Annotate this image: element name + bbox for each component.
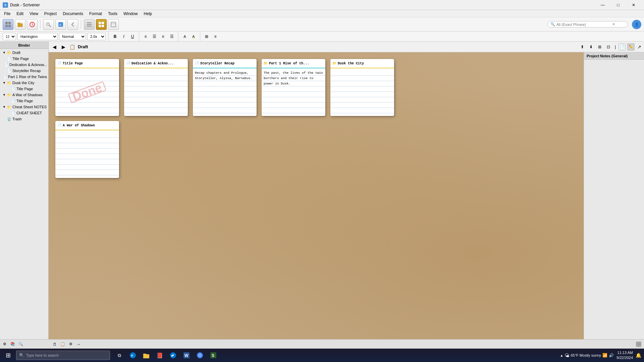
- maximize-button[interactable]: □: [610, 0, 626, 10]
- card-war-shadows-title: A War of Shadows: [63, 124, 95, 127]
- menu-view[interactable]: View: [27, 11, 41, 17]
- bold-button[interactable]: B: [111, 33, 119, 40]
- binder-search-btn[interactable]: 🔍: [17, 341, 24, 348]
- back-button[interactable]: [67, 19, 78, 30]
- binder-item-draft[interactable]: ▼ 📁 Draft: [0, 50, 48, 56]
- notes-content[interactable]: [584, 60, 644, 339]
- card-part1[interactable]: 📁 Part 1 Rise of th... The past, the liv…: [262, 59, 325, 116]
- cheat-sheet-arrow[interactable]: ▼: [3, 105, 7, 109]
- highlight-button[interactable]: A: [190, 33, 197, 40]
- taskbar-scrivener-icon[interactable]: S: [207, 349, 219, 361]
- key-button[interactable]: [43, 19, 54, 30]
- content-settings-btn-2[interactable]: 📋: [59, 341, 66, 348]
- sync-button[interactable]: [27, 19, 38, 30]
- header-view-btn-1[interactable]: ⬆: [579, 43, 586, 51]
- draft-arrow[interactable]: ▼: [3, 51, 7, 54]
- svg-rect-3: [8, 25, 11, 27]
- binder-collections-btn[interactable]: 📚: [9, 341, 16, 348]
- menu-file[interactable]: File: [1, 11, 13, 17]
- storyteller-label: Storyteller Recap: [12, 69, 41, 73]
- new-folder-button[interactable]: [15, 19, 25, 30]
- taskbar-folder-icon[interactable]: [140, 349, 152, 361]
- align-right-button[interactable]: ≡: [159, 33, 167, 40]
- compile-button[interactable]: C: [55, 19, 66, 30]
- binder-item-trash[interactable]: 🗑️ Trash: [0, 116, 48, 122]
- card-storyteller[interactable]: 📄 Storyteller Recap Recap chapters and P…: [193, 59, 257, 116]
- header-view-btn-3[interactable]: ⊞: [596, 43, 603, 51]
- minimize-button[interactable]: —: [595, 0, 610, 10]
- taskbar-chrome-icon[interactable]: [194, 349, 206, 361]
- list-button[interactable]: ≡: [212, 33, 219, 40]
- text-color-button[interactable]: A: [181, 33, 189, 40]
- scrivenings-view-btn[interactable]: [108, 19, 119, 30]
- war-shadows-arrow[interactable]: ▼: [3, 93, 7, 97]
- zoom-select[interactable]: 2.0x: [87, 33, 106, 40]
- header-mode-btn-1[interactable]: 📄: [619, 43, 626, 51]
- binder-item-cheat-sheet-notes[interactable]: ▼ 📁 Cheat Sheet NOTES: [0, 104, 48, 110]
- content-settings-btn-1[interactable]: 🗒: [51, 341, 58, 348]
- header-mode-btn-2[interactable]: ✏️: [627, 43, 635, 51]
- title-page-3-icon: 📄: [11, 99, 15, 103]
- menu-help[interactable]: Help: [141, 11, 155, 17]
- content-settings-btn-4[interactable]: ↔: [75, 341, 82, 348]
- svg-rect-13: [102, 22, 104, 24]
- style-select[interactable]: Normal: [59, 33, 86, 40]
- notification-icon[interactable]: 🔔: [636, 353, 641, 358]
- binder-item-part1[interactable]: 📄 Part 1 Rise of the Twins: [0, 74, 48, 80]
- menu-window[interactable]: Window: [121, 11, 141, 17]
- navigate-forward-button[interactable]: ▶: [60, 44, 67, 50]
- header-view-btn-2[interactable]: ⬇: [587, 43, 595, 51]
- close-button[interactable]: ✕: [626, 0, 641, 10]
- align-left-button[interactable]: ≡: [142, 33, 149, 40]
- title-page-1-icon: 📄: [7, 56, 11, 61]
- header-view-btn-4[interactable]: ⊡: [605, 43, 612, 51]
- font-size-select[interactable]: 11: [3, 33, 16, 40]
- tray-expand-icon[interactable]: ▲: [560, 354, 564, 357]
- taskbar-edge2-icon[interactable]: [167, 349, 179, 361]
- binder-item-cheat-sheet[interactable]: 📄 CHEAT SHEET: [0, 110, 48, 116]
- taskbar-search-input[interactable]: [26, 353, 93, 357]
- user-avatar[interactable]: 👤: [632, 20, 641, 29]
- binder-item-title-page-2[interactable]: 📄 Title Page: [0, 86, 48, 92]
- start-button[interactable]: ⊞: [0, 349, 16, 362]
- italic-button[interactable]: I: [120, 33, 127, 40]
- binder-item-war-shadows[interactable]: ▼ 📁 A War of Shadows: [0, 92, 48, 98]
- menu-project[interactable]: Project: [42, 11, 59, 17]
- card-title-page[interactable]: 📄 Title Page Done: [55, 59, 119, 116]
- binder-item-dedication[interactable]: 📄 Dedication & Acknow...: [0, 62, 48, 68]
- card-dusk-city[interactable]: 📁 Dusk the City: [330, 59, 394, 116]
- table-button[interactable]: ⊞: [203, 33, 210, 40]
- binder-item-title-page-1[interactable]: 📄 Title Page: [0, 56, 48, 62]
- taskbar-task-view-icon[interactable]: ⧉: [113, 349, 125, 361]
- card-dedication[interactable]: 📄 Dedication & Ackno...: [124, 59, 188, 116]
- notes-header: Project Notes (General): [584, 52, 644, 60]
- dusk-city-arrow[interactable]: ▼: [3, 81, 7, 84]
- search-input[interactable]: [555, 22, 612, 26]
- card-title-page-body: Done: [55, 68, 119, 116]
- menu-tools[interactable]: Tools: [105, 11, 120, 17]
- binder-item-title-page-3[interactable]: 📄 Title Page: [0, 98, 48, 104]
- search-clear-button[interactable]: ✕: [612, 22, 615, 26]
- menu-documents[interactable]: Documents: [60, 11, 86, 17]
- svg-text:e: e: [131, 354, 133, 357]
- taskbar-acrobat-icon[interactable]: 📕: [154, 349, 166, 361]
- font-name-select[interactable]: Harrington: [17, 33, 58, 40]
- card-war-shadows[interactable]: 📄 A War of Shadows: [55, 121, 119, 178]
- dusk-city-icon: 📁: [7, 80, 11, 85]
- binder-item-dusk-city[interactable]: ▼ 📁 Dusk the City: [0, 80, 48, 86]
- binder-settings-btn[interactable]: ⚙: [1, 341, 8, 348]
- corkboard-view-btn[interactable]: [96, 19, 107, 30]
- view-mode-button[interactable]: [3, 19, 13, 30]
- menu-edit[interactable]: Edit: [14, 11, 26, 17]
- underline-button[interactable]: U: [129, 33, 136, 40]
- taskbar-word-icon[interactable]: W: [180, 349, 193, 361]
- content-settings-btn-3[interactable]: ⚙: [67, 341, 74, 348]
- binder-item-storyteller[interactable]: 📄 Storyteller Recap: [0, 68, 48, 74]
- outline-view-btn[interactable]: [84, 19, 95, 30]
- taskbar-clock[interactable]: 11:13 AM 9/22/2024: [616, 350, 633, 361]
- align-center-button[interactable]: ☰: [151, 33, 158, 40]
- align-justify-button[interactable]: ☰: [168, 33, 175, 40]
- menu-format[interactable]: Format: [87, 11, 105, 17]
- navigate-back-button[interactable]: ◀: [51, 44, 58, 50]
- taskbar-edge-icon[interactable]: e: [127, 349, 139, 361]
